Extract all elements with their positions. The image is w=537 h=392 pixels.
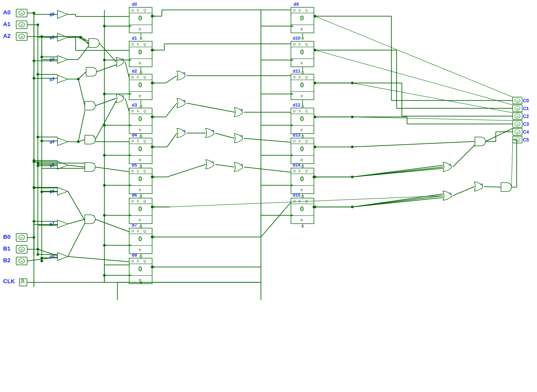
svg-marker-24	[57, 161, 68, 169]
svg-point-10	[19, 235, 25, 240]
svg-text:ϕb: ϕb	[516, 123, 519, 126]
svg-text:0: 0	[300, 175, 304, 183]
svg-text:S: S	[299, 139, 301, 143]
gate-g0-label: g0	[50, 12, 55, 16]
gate-g20-label: g20	[207, 129, 214, 134]
svg-text:S: S	[299, 169, 301, 173]
svg-line-419	[352, 168, 443, 177]
svg-point-424	[313, 206, 315, 208]
svg-point-319	[151, 206, 153, 208]
svg-text:S: S	[299, 9, 301, 12]
svg-line-371	[170, 196, 443, 207]
svg-point-182	[515, 122, 520, 126]
svg-rect-12	[16, 245, 27, 253]
gate-g17-label: g17	[178, 72, 186, 76]
gate-g6-label: g6	[50, 189, 55, 193]
gate-g5-label: g5	[50, 163, 55, 167]
svg-text:R: R	[139, 278, 141, 282]
svg-point-81	[152, 176, 154, 178]
svg-point-321	[151, 266, 153, 268]
svg-line-274	[485, 128, 513, 141]
dff-d10-label: d10	[293, 36, 300, 41]
svg-point-359	[302, 72, 304, 74]
svg-point-279	[33, 60, 35, 62]
svg-point-90	[152, 206, 154, 208]
gate-g3-label: g3	[50, 77, 55, 81]
svg-line-251	[244, 138, 291, 142]
svg-point-135	[314, 82, 316, 84]
gate-g11-label: g11	[88, 101, 95, 106]
svg-point-315	[151, 82, 153, 84]
svg-text:Q: Q	[305, 75, 308, 79]
circuit-canvas: A0 ϕb A1 ϕb A2 ϕb B0 ϕb B1 ϕb B2 ϕb CLK	[0, 0, 537, 392]
svg-text:S: S	[137, 169, 139, 173]
svg-point-205	[40, 35, 43, 38]
svg-text:Q: Q	[144, 199, 146, 203]
svg-rect-145	[291, 138, 314, 164]
svg-rect-46	[129, 74, 152, 100]
svg-line-390	[81, 37, 89, 41]
gate-g24-label: g24	[236, 163, 243, 168]
svg-marker-19	[57, 10, 68, 18]
svg-line-310	[95, 219, 129, 232]
svg-marker-22	[57, 75, 68, 83]
svg-point-345	[140, 135, 142, 138]
svg-text:S: S	[299, 75, 301, 79]
dff-d7-label: d7	[132, 223, 137, 228]
dff-d1-label: d1	[132, 36, 137, 41]
svg-point-7	[19, 34, 25, 39]
svg-text:0: 0	[138, 81, 142, 89]
svg-point-334	[103, 184, 106, 187]
svg-point-176	[515, 106, 520, 110]
output-C2-label: C2	[523, 114, 529, 119]
svg-point-314	[151, 49, 153, 51]
svg-text:Q: Q	[144, 139, 146, 143]
svg-text:S: S	[137, 229, 139, 233]
svg-point-173	[515, 98, 520, 103]
svg-point-328	[314, 206, 316, 208]
svg-text:0: 0	[300, 145, 304, 153]
svg-line-305	[95, 98, 116, 106]
svg-point-294	[33, 186, 35, 189]
dff-d4-label: d4	[132, 133, 137, 138]
svg-line-253	[215, 164, 234, 167]
svg-point-316	[151, 116, 153, 118]
svg-text:0: 0	[300, 81, 304, 89]
svg-point-63	[152, 116, 154, 118]
svg-line-379	[78, 79, 85, 106]
svg-point-382	[77, 140, 80, 143]
svg-text:Q: Q	[305, 199, 308, 203]
svg-rect-73	[129, 168, 152, 194]
svg-text:R: R	[139, 128, 141, 132]
svg-text:0: 0	[138, 235, 142, 243]
gate-g15-label: g15	[117, 58, 124, 63]
svg-point-337	[103, 274, 106, 277]
input-CLK-label: CLK	[3, 278, 15, 284]
svg-text:0: 0	[138, 48, 142, 56]
svg-text:D: D	[132, 259, 134, 263]
svg-point-413	[351, 116, 354, 118]
svg-rect-6	[16, 33, 27, 40]
dff-d5-label: d5	[132, 163, 137, 168]
gate-g10-label: g10	[88, 67, 95, 72]
gate-g13-label: g13	[88, 163, 95, 167]
dff-d11-label: d11	[293, 69, 300, 74]
svg-rect-181	[513, 121, 522, 127]
gate-g25-label: g25	[444, 163, 452, 168]
svg-point-378	[77, 78, 80, 80]
svg-point-54	[152, 82, 154, 84]
svg-point-343	[140, 105, 142, 108]
svg-point-117	[314, 15, 316, 17]
svg-text:S: S	[299, 43, 301, 46]
svg-point-436	[40, 191, 43, 193]
svg-text:0: 0	[138, 115, 142, 123]
svg-line-249	[215, 133, 234, 138]
input-B0-label: B0	[3, 234, 10, 240]
output-C3-label: C3	[523, 122, 529, 127]
svg-line-272	[453, 145, 475, 167]
svg-line-267	[352, 141, 475, 147]
svg-point-179	[515, 114, 520, 118]
svg-rect-187	[513, 136, 522, 143]
svg-point-327	[314, 176, 316, 178]
svg-text:R: R	[139, 158, 141, 162]
